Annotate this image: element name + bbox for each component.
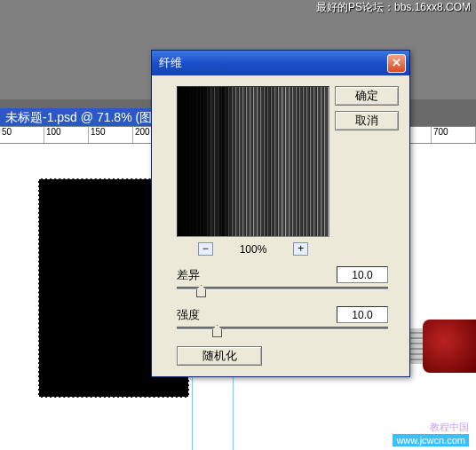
variance-slider-thumb[interactable] xyxy=(196,285,206,297)
strength-slider-thumb[interactable] xyxy=(212,325,222,337)
randomize-button[interactable]: 随机化 xyxy=(177,346,262,366)
zoom-in-button[interactable]: + xyxy=(293,242,308,256)
cancel-button[interactable]: 取消 xyxy=(335,111,399,130)
zoom-out-button[interactable]: − xyxy=(198,242,213,256)
pencil-graphic xyxy=(423,320,476,373)
strength-control: 强度 xyxy=(177,306,388,339)
ruler-mark: 50 xyxy=(0,127,44,143)
variance-input[interactable] xyxy=(337,266,388,283)
minus-icon: − xyxy=(202,242,209,255)
fibers-dialog: 纤维 ✕ 确定 取消 − 100% + 差异 xyxy=(151,50,410,377)
ruler-mark: 700 xyxy=(432,127,476,143)
strength-label: 强度 xyxy=(177,307,200,323)
strength-slider[interactable] xyxy=(177,325,388,339)
dialog-titlebar[interactable]: 纤维 ✕ xyxy=(152,51,409,75)
variance-label: 差异 xyxy=(177,267,200,283)
document-title: 未标题-1.psd @ 71.8% (图 xyxy=(0,108,157,128)
close-button[interactable]: ✕ xyxy=(387,54,406,73)
dialog-body: 确定 取消 − 100% + 差异 强度 xyxy=(152,75,409,376)
zoom-controls: − 100% + xyxy=(177,242,329,256)
watermark-line2: www.jcwcn.com xyxy=(393,434,469,446)
strength-input[interactable] xyxy=(337,306,388,323)
ruler-mark: 150 xyxy=(89,127,133,143)
dialog-title: 纤维 xyxy=(159,55,182,71)
watermark-top: 最好的PS论坛：bbs.16xx8.COM xyxy=(316,0,471,15)
watermark-bottom: 教程中国 www.jcwcn.com xyxy=(393,421,469,446)
close-icon: ✕ xyxy=(392,56,401,69)
ok-button[interactable]: 确定 xyxy=(335,86,399,106)
variance-slider[interactable] xyxy=(177,285,388,299)
plus-icon: + xyxy=(298,242,304,255)
zoom-value: 100% xyxy=(240,243,267,256)
dialog-side-buttons: 确定 取消 xyxy=(335,86,399,130)
variance-control: 差异 xyxy=(177,266,388,299)
ruler-mark: 100 xyxy=(44,127,89,143)
filter-preview[interactable] xyxy=(177,86,329,237)
watermark-line1: 教程中国 xyxy=(393,421,469,434)
